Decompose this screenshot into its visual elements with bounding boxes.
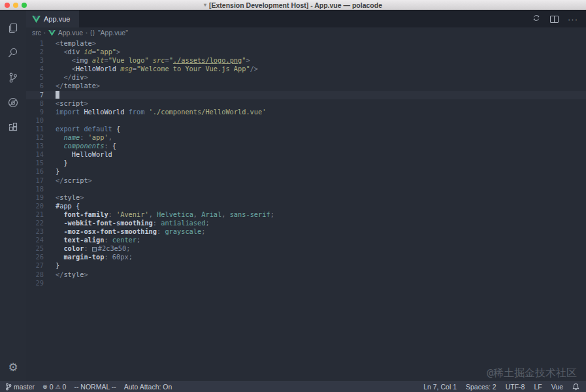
proxy-dropdown-icon[interactable]: ▾	[204, 2, 206, 8]
status-bar: master ⊗ 0 ⚠ 0 -- NORMAL -- Auto Attach:…	[0, 381, 586, 392]
code-line[interactable]: 23 -moz-osx-font-smoothing: grayscale;	[26, 227, 586, 236]
language-mode-indicator[interactable]: Vue	[551, 383, 563, 391]
code-line[interactable]: 13 components: {	[26, 142, 586, 150]
code-line[interactable]: 9import HelloWorld from './components/He…	[26, 108, 586, 116]
line-number: 14	[26, 150, 56, 159]
line-number: 22	[26, 219, 56, 227]
extensions-icon[interactable]	[0, 115, 26, 140]
editor-group: App.vue ··· sr	[26, 10, 586, 381]
line-number: 27	[26, 261, 56, 270]
code-line[interactable]: 14 HelloWorld	[26, 150, 586, 159]
line-number: 21	[26, 210, 56, 219]
code-line[interactable]: 4 <HelloWorld msg="Welcome to Your Vue.j…	[26, 65, 586, 73]
line-number: 28	[26, 270, 56, 279]
code-line[interactable]: 29	[26, 279, 586, 287]
eol-indicator[interactable]: LF	[534, 383, 542, 391]
line-number: 19	[26, 193, 56, 202]
line-number: 25	[26, 244, 56, 253]
line-number: 5	[26, 73, 56, 82]
code-line[interactable]: 12 name: 'app',	[26, 133, 586, 142]
code-line[interactable]: 22 -webkit-font-smoothing: antialiased;	[26, 219, 586, 227]
line-number: 11	[26, 125, 56, 133]
line-number: 12	[26, 133, 56, 142]
activity-bar: ⚙	[0, 10, 26, 381]
symbol-string-icon: {}	[90, 29, 95, 36]
code-line[interactable]: 24 text-align: center;	[26, 236, 586, 244]
auto-attach-indicator[interactable]: Auto Attach: On	[124, 383, 172, 391]
editor-lines: 1<template>2 <div id="app">3 <img alt="V…	[26, 39, 586, 287]
line-number: 24	[26, 236, 56, 244]
code-line[interactable]: 5 </div>	[26, 73, 586, 82]
indentation-indicator[interactable]: Spaces: 2	[466, 383, 496, 391]
code-line[interactable]: 20#app {	[26, 202, 586, 210]
code-line[interactable]: 7	[26, 91, 586, 99]
code-line[interactable]: 3 <img alt="Vue logo" src="./assets/logo…	[26, 56, 586, 65]
breadcrumb-src[interactable]: src	[32, 29, 41, 37]
code-line[interactable]: 18	[26, 185, 586, 193]
more-actions-icon[interactable]: ···	[568, 14, 578, 24]
breadcrumb-file[interactable]: App.vue	[58, 29, 84, 37]
code-line[interactable]: 6</template>	[26, 82, 586, 90]
encoding-indicator[interactable]: UTF-8	[506, 383, 525, 391]
chevron-right-icon: ›	[44, 30, 46, 36]
code-line[interactable]: 15 }	[26, 159, 586, 167]
vue-logo-icon	[48, 30, 56, 36]
window-title: [Extension Development Host] - App.vue —…	[209, 1, 382, 9]
line-number: 1	[26, 39, 56, 48]
explorer-icon[interactable]	[0, 16, 26, 41]
line-number: 20	[26, 202, 56, 210]
error-icon: ⊗	[42, 384, 48, 390]
problems-indicator[interactable]: ⊗ 0 ⚠ 0	[42, 383, 66, 391]
line-number: 6	[26, 82, 56, 90]
debug-icon[interactable]	[0, 90, 26, 115]
line-number: 8	[26, 99, 56, 108]
breadcrumb: src › App.vue › {} "App.vue"	[26, 27, 586, 38]
code-line[interactable]: 25 color: #2c3e50;	[26, 244, 586, 253]
tab-app-vue[interactable]: App.vue	[26, 10, 79, 27]
chevron-right-icon: ›	[86, 30, 88, 36]
line-number: 16	[26, 167, 56, 176]
text-cursor	[56, 91, 59, 99]
line-number: 17	[26, 176, 56, 185]
code-line[interactable]: 28</style>	[26, 270, 586, 279]
code-line[interactable]: 27}	[26, 261, 586, 270]
split-editor-icon[interactable]	[550, 16, 559, 23]
code-line[interactable]: 11export default {	[26, 125, 586, 133]
warning-icon: ⚠	[55, 384, 60, 390]
settings-gear-icon[interactable]: ⚙	[0, 359, 26, 376]
line-number: 7	[26, 91, 56, 99]
search-icon[interactable]	[0, 41, 26, 65]
code-line[interactable]: 17</script>	[26, 176, 586, 185]
code-line[interactable]: 26 margin-top: 60px;	[26, 253, 586, 261]
code-line[interactable]: 1<template>	[26, 39, 586, 48]
code-line[interactable]: 21 font-family: 'Avenir', Helvetica, Ari…	[26, 210, 586, 219]
notifications-bell-icon[interactable]	[572, 383, 579, 391]
vue-logo-icon	[32, 16, 41, 23]
code-line[interactable]: 10	[26, 116, 586, 125]
vscode-window: ▾ [Extension Development Host] - App.vue…	[0, 0, 586, 392]
line-number: 13	[26, 142, 56, 150]
line-number: 3	[26, 56, 56, 65]
code-line[interactable]: 19<style>	[26, 193, 586, 202]
vim-mode-indicator[interactable]: -- NORMAL --	[74, 383, 116, 391]
git-branch-icon	[5, 383, 12, 391]
error-count: 0	[50, 383, 54, 391]
cursor-position-indicator[interactable]: Ln 7, Col 1	[423, 383, 457, 391]
line-number: 26	[26, 253, 56, 261]
line-number: 15	[26, 159, 56, 167]
watermark: @稀土掘金技术社区	[487, 368, 577, 377]
code-line[interactable]: 8<script>	[26, 99, 586, 108]
sync-icon[interactable]	[532, 13, 541, 25]
line-number: 4	[26, 65, 56, 73]
warning-count: 0	[63, 383, 67, 391]
source-control-icon[interactable]	[0, 65, 26, 90]
breadcrumb-symbol[interactable]: "App.vue"	[98, 29, 128, 37]
code-editor[interactable]: 1<template>2 <div id="app">3 <img alt="V…	[26, 38, 586, 381]
branch-name: master	[14, 383, 35, 391]
code-line[interactable]: 16}	[26, 167, 586, 176]
line-number: 18	[26, 185, 56, 193]
code-line[interactable]: 2 <div id="app">	[26, 48, 586, 56]
color-swatch[interactable]	[92, 247, 97, 252]
tab-bar: App.vue ···	[26, 10, 586, 27]
git-branch-indicator[interactable]: master	[5, 383, 35, 391]
